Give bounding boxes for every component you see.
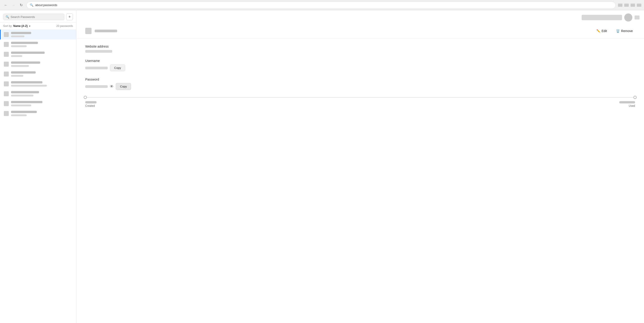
- website-address-row: [85, 50, 635, 53]
- sort-arrow-icon[interactable]: ▼: [28, 25, 31, 27]
- reload-button[interactable]: ↻: [18, 2, 24, 8]
- item-title: [11, 32, 31, 34]
- remove-label: Remove: [621, 29, 633, 33]
- address-bar[interactable]: 🔍 about:passwords: [26, 2, 616, 9]
- sidebar: 🔍 + Sort by: Name (A-Z) ▼ 20 passwords: [0, 10, 76, 323]
- used-label: Used: [629, 104, 635, 108]
- item-sub: [11, 85, 47, 86]
- timeline-track: [85, 97, 635, 98]
- item-sub: [11, 36, 24, 37]
- browser-actions: [618, 4, 641, 7]
- forward-button[interactable]: →: [10, 2, 16, 8]
- item-title: [11, 101, 42, 103]
- item-sub: [11, 65, 29, 67]
- browser-ext-4[interactable]: [637, 4, 641, 7]
- used-date-bar: [619, 101, 635, 104]
- browser-ext-2[interactable]: [624, 4, 629, 7]
- list-item[interactable]: [0, 49, 76, 59]
- site-favicon: [4, 91, 9, 96]
- detail-favicon: [85, 28, 92, 34]
- edit-button[interactable]: ✏️ Edit: [594, 28, 609, 34]
- add-password-button[interactable]: +: [66, 14, 73, 20]
- list-item[interactable]: [0, 99, 76, 108]
- address-bar-search-icon: 🔍: [30, 3, 34, 7]
- item-text: [11, 101, 73, 106]
- site-favicon: [4, 32, 9, 37]
- item-text: [11, 62, 73, 67]
- timeline-dot-used: [634, 96, 636, 99]
- copy-username-button[interactable]: Copy: [110, 64, 125, 71]
- nav-buttons: ← → ↻: [3, 2, 24, 8]
- address-text: about:passwords: [35, 3, 57, 7]
- site-favicon: [4, 62, 9, 66]
- trash-icon: 🗑️: [616, 29, 620, 33]
- site-favicon: [4, 52, 9, 57]
- search-input[interactable]: [10, 15, 62, 18]
- item-text: [11, 81, 73, 86]
- list-item[interactable]: [0, 30, 76, 40]
- browser-ext-1[interactable]: [618, 4, 622, 7]
- item-text: [11, 42, 73, 47]
- created-date-bar: [85, 101, 96, 104]
- password-list: [0, 30, 76, 323]
- list-item[interactable]: [0, 69, 76, 79]
- site-favicon: [4, 42, 9, 47]
- sort-bar: Sort by: Name (A-Z) ▼ 20 passwords: [0, 23, 76, 30]
- detail-site-name: [95, 30, 117, 32]
- back-button[interactable]: ←: [3, 2, 9, 8]
- top-bar-right: [582, 14, 640, 22]
- list-item[interactable]: [0, 89, 76, 99]
- detail-header: ✏️ Edit 🗑️ Remove: [76, 24, 644, 38]
- item-sub: [11, 75, 23, 77]
- show-password-icon[interactable]: 👁: [110, 84, 114, 88]
- item-title: [11, 111, 37, 113]
- item-text: [11, 111, 73, 116]
- top-search-bar: [582, 15, 622, 20]
- avatar[interactable]: [624, 14, 632, 22]
- list-item[interactable]: [0, 40, 76, 49]
- item-text: [11, 71, 73, 77]
- item-sub: [11, 45, 27, 47]
- search-icon: 🔍: [6, 15, 9, 18]
- copy-password-button[interactable]: Copy: [116, 83, 131, 90]
- item-sub: [11, 95, 34, 96]
- item-title: [11, 42, 38, 44]
- username-value: [85, 66, 108, 69]
- item-title: [11, 71, 36, 74]
- password-value: [85, 85, 108, 88]
- browser-chrome: ← → ↻ 🔍 about:passwords: [0, 0, 644, 10]
- website-address-value: [85, 50, 112, 53]
- list-item[interactable]: [0, 108, 76, 118]
- list-item[interactable]: [0, 79, 76, 89]
- sort-value[interactable]: Name (A-Z): [13, 24, 28, 28]
- app-container: 🔍 + Sort by: Name (A-Z) ▼ 20 passwords: [0, 10, 644, 323]
- header-actions: ✏️ Edit 🗑️ Remove: [594, 28, 635, 34]
- password-label: Password: [85, 78, 635, 81]
- menu-icon[interactable]: [634, 16, 640, 20]
- timeline-created: Created: [85, 101, 96, 108]
- website-address-label: Website address: [85, 45, 635, 48]
- sort-label: Sort by:: [3, 24, 12, 28]
- timeline-labels: Created Used: [85, 101, 635, 108]
- edit-icon: ✏️: [596, 29, 600, 33]
- detail-title-area: [85, 28, 117, 34]
- username-label: Username: [85, 59, 635, 62]
- item-title: [11, 91, 39, 93]
- list-item[interactable]: [0, 59, 76, 69]
- website-address-section: Website address: [85, 45, 635, 53]
- timeline-dot-created: [84, 96, 87, 99]
- browser-ext-3[interactable]: [630, 4, 635, 7]
- site-favicon: [4, 101, 9, 106]
- item-sub: [11, 104, 31, 106]
- item-title: [11, 62, 40, 64]
- item-text: [11, 32, 73, 37]
- username-section: Username Copy: [85, 59, 635, 71]
- remove-button[interactable]: 🗑️ Remove: [614, 28, 635, 34]
- sidebar-header: 🔍 +: [0, 10, 76, 23]
- created-label: Created: [85, 104, 96, 108]
- search-box[interactable]: 🔍: [3, 14, 64, 20]
- item-text: [11, 91, 73, 96]
- site-favicon: [4, 72, 9, 76]
- timeline-line: [85, 97, 635, 98]
- timeline-used: Used: [619, 101, 635, 108]
